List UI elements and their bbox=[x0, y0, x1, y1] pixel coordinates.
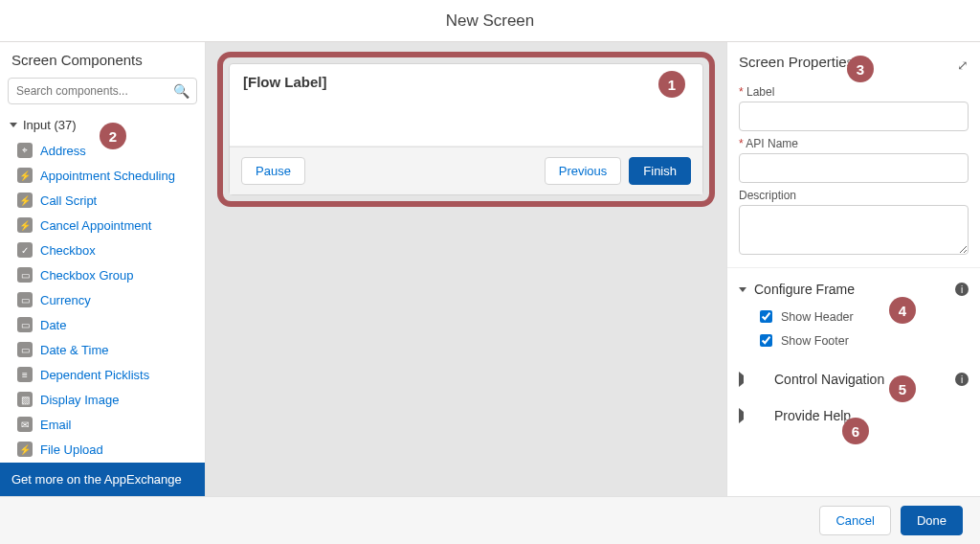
previous-button[interactable]: Previous bbox=[545, 157, 622, 185]
chevron-right-icon bbox=[739, 408, 767, 423]
done-button[interactable]: Done bbox=[901, 506, 963, 535]
description-field-label: Description bbox=[739, 189, 969, 202]
configure-frame-section[interactable]: Configure Frame i bbox=[739, 268, 969, 305]
component-icon: ▭ bbox=[17, 342, 33, 357]
component-label: Checkbox Group bbox=[40, 268, 134, 283]
component-item[interactable]: ▭Date & Time bbox=[0, 337, 205, 362]
component-item[interactable]: ⚡File Upload bbox=[0, 437, 205, 462]
screen-properties-panel: Screen Properties ⤢ * Label * API Name D… bbox=[726, 42, 980, 496]
component-item[interactable]: ▭Currency bbox=[0, 287, 205, 312]
info-icon[interactable]: i bbox=[955, 283, 969, 296]
panel-title: Screen Components bbox=[0, 42, 205, 74]
component-icon: ≡ bbox=[17, 367, 33, 382]
component-icon: ✉ bbox=[17, 417, 33, 432]
info-icon[interactable]: i bbox=[955, 373, 969, 386]
component-label: Cancel Appointment bbox=[40, 218, 151, 233]
appexchange-link[interactable]: Get more on the AppExchange bbox=[0, 463, 205, 496]
component-item[interactable]: ▧Display Image bbox=[0, 387, 205, 412]
component-label: Call Script bbox=[40, 193, 97, 208]
description-input[interactable] bbox=[739, 205, 969, 255]
input-group-label: Input (37) bbox=[23, 118, 77, 132]
properties-title: Screen Properties bbox=[739, 54, 854, 70]
component-item[interactable]: ⚡Call Script bbox=[0, 188, 205, 213]
modal-title: New Screen bbox=[446, 11, 535, 31]
chevron-right-icon bbox=[739, 372, 767, 387]
label-field-label: Label bbox=[746, 85, 774, 99]
modal-footer: Cancel Done bbox=[0, 496, 980, 544]
label-input[interactable] bbox=[739, 102, 969, 131]
api-name-field-label: API Name bbox=[746, 137, 798, 150]
component-item[interactable]: ≡Dependent Picklists bbox=[0, 362, 205, 387]
expand-icon[interactable]: ⤢ bbox=[957, 57, 969, 73]
api-name-input[interactable] bbox=[739, 153, 969, 183]
component-label: Date bbox=[40, 318, 66, 332]
chevron-down-icon bbox=[10, 123, 17, 127]
pause-button[interactable]: Pause bbox=[241, 157, 305, 185]
component-icon: ⌖ bbox=[17, 143, 33, 158]
component-item[interactable]: ▭Long Text Area bbox=[0, 462, 205, 463]
control-navigation-section[interactable]: Control Navigation i bbox=[739, 352, 969, 395]
component-label: Dependent Picklists bbox=[40, 368, 149, 382]
component-label: Appointment Scheduling bbox=[40, 169, 175, 183]
component-item[interactable]: ✓Checkbox bbox=[0, 238, 205, 262]
flow-label-placeholder: [Flow Label] bbox=[243, 74, 327, 90]
component-label: Address bbox=[40, 144, 86, 158]
component-icon: ▧ bbox=[17, 392, 33, 407]
component-item[interactable]: ▭Checkbox Group bbox=[0, 262, 205, 287]
component-icon: ✓ bbox=[17, 242, 33, 258]
component-list[interactable]: ⌖Address⚡Appointment Scheduling⚡Call Scr… bbox=[0, 138, 205, 463]
component-icon: ⚡ bbox=[17, 193, 33, 208]
component-item[interactable]: ⚡Cancel Appointment bbox=[0, 213, 205, 238]
component-item[interactable]: ⚡Appointment Scheduling bbox=[0, 163, 205, 188]
screen-components-panel: Screen Components 🔍 Input (37) ⌖Address⚡… bbox=[0, 42, 206, 496]
component-item[interactable]: ⌖Address bbox=[0, 138, 205, 163]
component-label: Date & Time bbox=[40, 343, 109, 357]
component-icon: ⚡ bbox=[17, 168, 33, 183]
canvas-highlight-frame: [Flow Label] Pause Previous Finish bbox=[217, 52, 715, 207]
component-label: Currency bbox=[40, 293, 91, 307]
component-label: File Upload bbox=[40, 442, 103, 457]
cancel-button[interactable]: Cancel bbox=[819, 506, 890, 535]
provide-help-section[interactable]: Provide Help bbox=[739, 395, 969, 431]
search-icon: 🔍 bbox=[173, 83, 189, 99]
canvas-area: [Flow Label] Pause Previous Finish bbox=[206, 42, 726, 496]
component-item[interactable]: ▭Date bbox=[0, 312, 205, 337]
component-icon: ▭ bbox=[17, 267, 33, 283]
chevron-down-icon bbox=[739, 287, 746, 292]
component-icon: ⚡ bbox=[17, 442, 33, 457]
component-label: Email bbox=[40, 418, 72, 432]
component-label: Checkbox bbox=[40, 243, 96, 258]
input-group-toggle[interactable]: Input (37) bbox=[0, 112, 205, 138]
component-label: Display Image bbox=[40, 393, 119, 407]
search-input[interactable] bbox=[8, 78, 197, 104]
component-icon: ▭ bbox=[17, 317, 33, 332]
show-footer-checkbox[interactable]: Show Footer bbox=[739, 329, 969, 352]
finish-button[interactable]: Finish bbox=[629, 157, 691, 185]
component-icon: ▭ bbox=[17, 292, 33, 307]
screen-preview[interactable]: [Flow Label] Pause Previous Finish bbox=[229, 63, 703, 195]
component-icon: ⚡ bbox=[17, 217, 33, 233]
show-header-checkbox[interactable]: Show Header bbox=[739, 305, 969, 329]
component-item[interactable]: ✉Email bbox=[0, 412, 205, 437]
